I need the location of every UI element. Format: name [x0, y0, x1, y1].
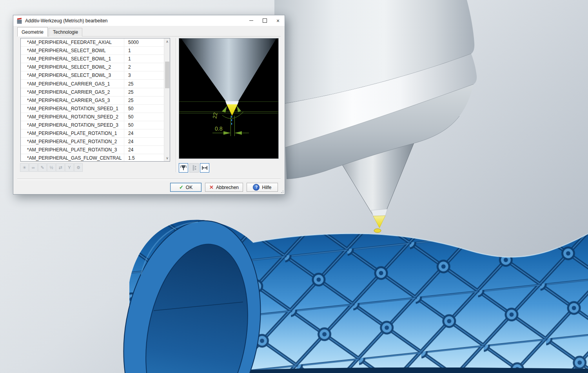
table-row[interactable]: *AM_PERIPHERAL_SELECT_BOWL_2 2	[21, 63, 164, 71]
parameter-value-cell: 24	[124, 131, 164, 136]
cancel-button-label: Abbrechen	[216, 185, 239, 190]
scroll-down-arrow[interactable]: ∨	[164, 155, 170, 161]
parameter-value-cell: 24	[124, 139, 164, 144]
button-separator	[17, 178, 281, 180]
show-tool-dimensions-button[interactable]	[179, 163, 188, 173]
numbering-icon[interactable]: ½	[47, 163, 56, 172]
scatter-icon[interactable]: ✳	[20, 163, 29, 172]
panel-divider	[176, 38, 177, 172]
parameter-value-cell: 50	[124, 122, 164, 128]
table-row[interactable]: *AM_PERIPHERAL_FEEDRATE_AXIAL 5000	[21, 38, 164, 47]
filter-icon[interactable]: Y	[65, 163, 74, 172]
parameter-name-cell: *AM_PERIPHERAL_ROTATION_SPEED_2	[21, 113, 124, 121]
help-button[interactable]: ? Hilfe	[247, 183, 278, 192]
show-tool-axis-button[interactable]	[189, 163, 199, 173]
ok-button[interactable]: ✓ OK	[170, 183, 201, 192]
parameter-value-cell: 1	[124, 48, 164, 53]
preview-toolbar	[179, 163, 209, 173]
parameter-value-cell: 2	[124, 64, 164, 70]
parameter-name-cell: *AM_PERIPHERAL_ROTATION_SPEED_1	[21, 105, 124, 113]
parameter-value-cell: 25	[124, 98, 164, 103]
table-row[interactable]: *AM_PERIPHERAL_GAS_FLOW_CENTRAL 1.5	[21, 154, 164, 162]
parameter-name-cell: *AM_PERIPHERAL_CARRIER_GAS_2	[21, 88, 124, 96]
edit-tool-icon[interactable]: ✎	[38, 163, 47, 172]
tool-axis-icon	[191, 164, 198, 171]
additive-tool-dialog: Additiv-Werkzeug (Metrisch) bearbeiten ×…	[13, 15, 285, 195]
cancel-button[interactable]: ✕ Abbrechen	[205, 183, 243, 192]
scrollbar-thumb[interactable]	[165, 62, 169, 88]
maximize-icon	[263, 18, 267, 23]
ok-button-label: OK	[186, 185, 192, 190]
parameter-name-cell: *AM_PERIPHERAL_ROTATION_SPEED_3	[21, 121, 124, 129]
table-row[interactable]: *AM_PERIPHERAL_SELECT_BOWL 1	[21, 47, 164, 55]
close-icon: ×	[276, 18, 279, 24]
resize-grip[interactable]	[279, 189, 283, 193]
parameter-name-cell: *AM_PERIPHERAL_SELECT_BOWL_1	[21, 55, 124, 63]
measure-width-icon	[201, 164, 208, 171]
parameter-value-cell: 25	[124, 89, 164, 95]
parameter-value-cell: 50	[124, 114, 164, 120]
preview-collar	[225, 101, 239, 104]
parameter-value-cell: 1	[124, 56, 164, 62]
parameter-name-cell: *AM_PERIPHERAL_PLATE_ROTATION_2	[21, 138, 124, 146]
dialog-titlebar[interactable]: Additiv-Werkzeug (Metrisch) bearbeiten ×	[13, 15, 285, 26]
table-row[interactable]: *AM_PERIPHERAL_ROTATION_SPEED_1 50	[21, 105, 164, 113]
cross-icon: ✕	[209, 184, 214, 190]
list-toolbar: ✳ ∞ ✎ ½ ⇄ Y ⚙	[20, 163, 83, 172]
parameter-rows: *AM_PERIPHERAL_FEEDRATE_AXIAL 5000 *AM_P…	[21, 38, 164, 162]
tool-preview-panel: 0.8 22	[179, 38, 279, 159]
table-row[interactable]: *AM_PERIPHERAL_SELECT_BOWL_3 3	[21, 71, 164, 80]
tool-dimensions-icon	[180, 164, 187, 171]
parameter-name-cell: *AM_PERIPHERAL_SELECT_BOWL_3	[21, 71, 124, 79]
wrench-icon[interactable]: ⚙	[74, 163, 83, 172]
table-row[interactable]: *AM_PERIPHERAL_PLATE_ROTATION_2 24	[21, 138, 164, 146]
parameter-value-cell: 5000	[124, 40, 164, 45]
parameter-name-cell: *AM_PERIPHERAL_SELECT_BOWL	[21, 47, 124, 55]
tab-strip: Geometrie Technologie	[17, 28, 281, 36]
parameter-value-cell: 3	[124, 73, 164, 78]
vertical-scrollbar[interactable]: ∧ ∨	[164, 38, 170, 161]
parameter-name-cell: *AM_PERIPHERAL_GAS_FLOW_CENTRAL	[21, 154, 124, 162]
question-icon: ?	[253, 184, 260, 191]
table-row[interactable]: *AM_PERIPHERAL_CARRIER_GAS_1 25	[21, 80, 164, 88]
minimize-button[interactable]	[245, 15, 258, 26]
table-row[interactable]: *AM_PERIPHERAL_ROTATION_SPEED_3 50	[21, 121, 164, 129]
parameter-name-cell: *AM_PERIPHERAL_FEEDRATE_AXIAL	[21, 38, 124, 46]
help-button-label: Hilfe	[262, 185, 271, 190]
link-icon[interactable]: ∞	[29, 163, 38, 172]
dialog-title: Additiv-Werkzeug (Metrisch) bearbeiten	[25, 18, 108, 24]
parameter-value-cell: 25	[124, 81, 164, 87]
dialog-buttons: ✓ OK ✕ Abbrechen ? Hilfe	[13, 183, 278, 192]
preview-width-label: 0.8	[215, 126, 223, 132]
parameter-table[interactable]: *AM_PERIPHERAL_FEEDRATE_AXIAL 5000 *AM_P…	[20, 38, 170, 162]
table-row[interactable]: *AM_PERIPHERAL_ROTATION_SPEED_2 50	[21, 113, 164, 121]
parameter-name-cell: *AM_PERIPHERAL_PLATE_ROTATION_1	[21, 129, 124, 137]
check-icon: ✓	[179, 184, 183, 190]
maximize-button[interactable]	[258, 15, 271, 26]
parameter-name-cell: *AM_PERIPHERAL_CARRIER_GAS_1	[21, 80, 124, 87]
parameter-value-cell: 1.5	[124, 155, 164, 161]
table-row[interactable]: *AM_PERIPHERAL_SELECT_BOWL_1 1	[21, 55, 164, 63]
preview-angle-label: 22	[211, 112, 218, 119]
table-row[interactable]: *AM_PERIPHERAL_PLATE_ROTATION_1 24	[21, 129, 164, 138]
minimize-icon	[249, 20, 253, 21]
nozzle-silver-ring	[371, 209, 387, 216]
parameter-name-cell: *AM_PERIPHERAL_SELECT_BOWL_2	[21, 63, 124, 71]
parameter-name-cell: *AM_PERIPHERAL_CARRIER_GAS_3	[21, 96, 124, 104]
tab-geometrie[interactable]: Geometrie	[17, 27, 48, 36]
parameter-value-cell: 50	[124, 106, 164, 111]
additive-tool-icon	[16, 18, 23, 24]
table-row[interactable]: *AM_PERIPHERAL_CARRIER_GAS_3 25	[21, 96, 164, 105]
swap-icon[interactable]: ⇄	[56, 163, 65, 172]
scroll-up-arrow[interactable]: ∧	[164, 38, 170, 45]
table-row[interactable]: *AM_PERIPHERAL_PLATE_ROTATION_3 24	[21, 146, 164, 154]
deposit-blob	[374, 229, 381, 233]
table-row[interactable]: *AM_PERIPHERAL_CARRIER_GAS_2 25	[21, 88, 164, 96]
parameter-value-cell: 24	[124, 147, 164, 153]
application-viewport: Additiv-Werkzeug (Metrisch) bearbeiten ×…	[0, 0, 588, 373]
measure-width-button[interactable]	[200, 163, 209, 173]
parameter-name-cell: *AM_PERIPHERAL_PLATE_ROTATION_3	[21, 146, 124, 154]
tab-technologie[interactable]: Technologie	[49, 28, 82, 36]
close-button[interactable]: ×	[271, 15, 285, 26]
